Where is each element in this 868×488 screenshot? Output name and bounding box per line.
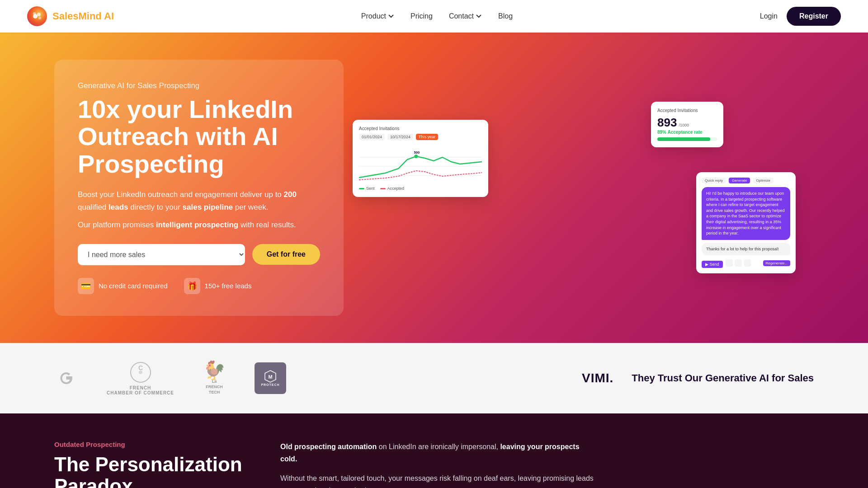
french-chamber-logo: C FRENCHCHAMBER OF COMMERCE — [107, 361, 174, 395]
protech-label: PROTECH — [261, 383, 279, 386]
logo-area: SalesMind AI — [27, 6, 114, 26]
use-case-select[interactable]: I need more sales I want to automate out… — [78, 244, 245, 265]
hero-badges: 💳 No credit card required 🎁 150+ free le… — [78, 278, 320, 294]
bottom-desc-2: Without the smart, tailored touch, your … — [280, 472, 597, 488]
french-chamber-label: FRENCHCHAMBER OF COMMERCE — [107, 385, 174, 395]
hero-title: 10x your LinkedIn Outreach with AI Prosp… — [78, 96, 320, 178]
nav-contact[interactable]: Contact — [449, 12, 482, 20]
hero-card: Generative AI for Sales Prospecting 10x … — [54, 60, 344, 316]
navbar-actions: Login Register — [760, 7, 841, 26]
google-logo — [54, 366, 78, 390]
svg-point-1 — [37, 13, 41, 16]
logo-text: SalesMind AI — [52, 10, 114, 22]
main-nav: Product Pricing Contact Blog — [361, 12, 513, 20]
protech-logo: M PROTECH — [255, 362, 286, 394]
french-tech-rooster: 🐓 — [203, 361, 226, 379]
logo-icon — [27, 6, 47, 26]
no-credit-card-badge: 💳 No credit card required — [78, 278, 168, 294]
nav-product[interactable]: Product — [361, 12, 394, 20]
date-to: 10/17/2024 — [387, 134, 413, 140]
nav-blog[interactable]: Blog — [498, 12, 513, 20]
svg-text:500: 500 — [414, 150, 420, 155]
send-button-mock: ▶ Send — [702, 261, 723, 268]
hero-section: Generative AI for Sales Prospecting 10x … — [0, 33, 868, 343]
bottom-tag: Outdated Prospecting — [54, 441, 244, 448]
bottom-content: Outdated Prospecting The Personalization… — [54, 441, 814, 488]
hero-description: Boost your LinkedIn outreach and engagem… — [78, 188, 320, 213]
chat-reply: Thanks for a lot to help for this propos… — [702, 243, 790, 256]
action-icon-3 — [744, 259, 751, 267]
tab-quick-reply: Quick reply — [702, 178, 726, 183]
trust-area: VIMI. They Trust Our Generative AI for S… — [582, 371, 814, 385]
chat-tabs: Quick reply Generate Optimize — [702, 178, 790, 183]
hero-cta: I need more sales I want to automate out… — [78, 244, 320, 265]
svg-point-7 — [414, 155, 418, 158]
date-from: 01/01/2024 — [359, 134, 385, 140]
mockup-stat-total: /1000 — [679, 123, 689, 127]
action-icon-1 — [726, 259, 733, 267]
gift-icon: 🎁 — [184, 278, 200, 294]
svg-point-11 — [139, 371, 142, 374]
register-button[interactable]: Register — [787, 7, 841, 26]
mockup-chat-card: Quick reply Generate Optimize Hi! I'd be… — [696, 172, 796, 273]
logos-section: C FRENCHCHAMBER OF COMMERCE 🐓 LaFRENCHTE… — [0, 343, 868, 413]
login-button[interactable]: Login — [760, 12, 778, 20]
hero-right: Accepted Invitations 893 /1000 89% Accep… — [344, 102, 814, 273]
vimi-logo: VIMI. — [582, 371, 613, 385]
nav-pricing[interactable]: Pricing — [410, 12, 433, 20]
navbar: SalesMind AI Product Pricing Contact Blo… — [0, 0, 868, 33]
hero-subtitle: Generative AI for Sales Prospecting — [78, 81, 320, 90]
get-for-free-button[interactable]: Get for free — [252, 244, 320, 265]
mockup-acceptance-rate: 89% Acceptance rate — [657, 130, 717, 135]
french-tech-label: LaFRENCHTECH — [206, 379, 223, 395]
hero-promise: Our platform promises intelligent prospe… — [78, 221, 320, 230]
credit-card-icon: 💳 — [78, 278, 94, 294]
mockup-stat-number: 893 — [657, 116, 677, 130]
bottom-title: The PersonalizationParadox — [54, 454, 244, 488]
mockup-stat-card: Accepted Invitations 893 /1000 89% Accep… — [651, 102, 723, 147]
tab-optimize: Optimize — [753, 178, 774, 183]
svg-text:M: M — [268, 374, 272, 380]
regenerate-button-mock: Regenerate... — [763, 260, 790, 266]
mockup-chart-card: Accepted Invitations 01/01/2024 10/17/20… — [353, 120, 488, 197]
trust-text: They Trust Our Generative AI for Sales — [632, 372, 814, 384]
svg-point-2 — [38, 17, 41, 19]
bottom-left: Outdated Prospecting The Personalization… — [54, 441, 244, 488]
mockup-chart-label: Accepted Invitations — [359, 126, 482, 131]
chat-bubble: Hi! I'd be happy to introduce our team u… — [702, 187, 790, 240]
free-leads-badge: 🎁 150+ free leads — [184, 278, 252, 294]
period: This year — [416, 134, 438, 140]
chart-area: 500 — [359, 144, 482, 184]
logos-left: C FRENCHCHAMBER OF COMMERCE 🐓 LaFRENCHTE… — [54, 361, 546, 395]
svg-point-3 — [33, 12, 36, 15]
bottom-desc-1: Old prospecting automation on LinkedIn a… — [280, 441, 597, 465]
bottom-right: Old prospecting automation on LinkedIn a… — [280, 441, 597, 488]
french-tech-logo: 🐓 LaFRENCHTECH — [203, 361, 226, 395]
mockup-stat-label: Accepted Invitations — [657, 108, 717, 113]
bottom-section: Outdated Prospecting The Personalization… — [0, 413, 868, 488]
tab-generate: Generate — [729, 178, 750, 183]
svg-text:C: C — [138, 364, 142, 371]
protech-badge: M PROTECH — [255, 362, 286, 394]
hero-left: Generative AI for Sales Prospecting 10x … — [54, 60, 344, 316]
action-icon-2 — [735, 259, 742, 267]
